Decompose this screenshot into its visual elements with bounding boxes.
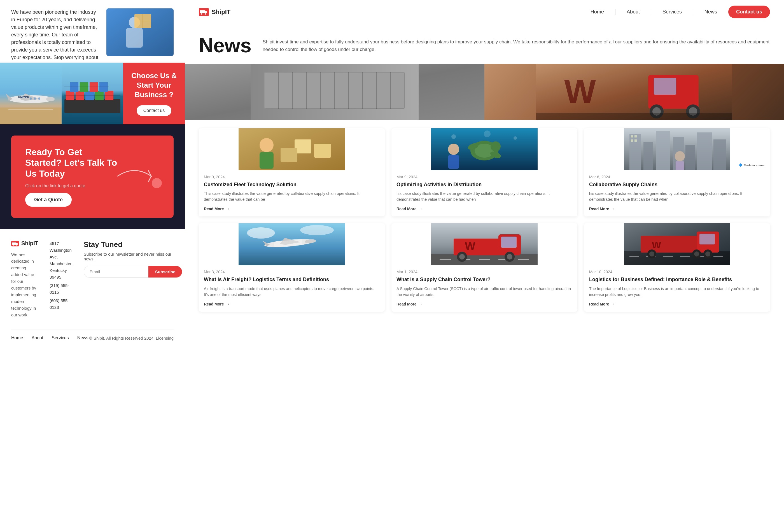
news-card-5-excerpt: A Supply Chain Control Tower (SCCT) is a…	[396, 286, 572, 298]
nav-brand-name: ShipIT	[212, 8, 230, 16]
svg-rect-84	[713, 139, 726, 170]
truck-banner: W	[185, 64, 784, 120]
footer-nav-home[interactable]: Home	[11, 335, 23, 340]
nav-contact-button[interactable]: Contact us	[728, 6, 770, 18]
truck-banner-right: W	[484, 64, 784, 120]
svg-rect-27	[100, 82, 108, 92]
card-6-svg: W	[584, 223, 770, 265]
svg-point-15	[38, 97, 40, 100]
footer-nav-about[interactable]: About	[32, 335, 44, 340]
news-card-3-read-more[interactable]: Read More →	[589, 206, 765, 212]
get-quote-button[interactable]: Get a Quote	[25, 193, 72, 207]
svg-rect-118	[663, 256, 673, 257]
svg-rect-85	[631, 135, 633, 138]
right-panel: ShipIT Home About Services News Contact …	[185, 0, 784, 532]
svg-rect-103	[479, 259, 490, 260]
svg-rect-26	[90, 82, 98, 92]
card-2-svg	[391, 128, 577, 170]
svg-point-33	[13, 245, 14, 246]
framer-icon: 🔷	[739, 163, 743, 167]
nav-link-home[interactable]: Home	[590, 9, 604, 15]
news-card-6-read-more[interactable]: Read More →	[589, 302, 765, 307]
nav-links: Home About Services News Contact us	[590, 6, 770, 18]
footer-contact: 4517 Washington Ave. Manchester, Kentuck…	[50, 240, 73, 318]
svg-rect-53	[654, 78, 676, 95]
svg-rect-115	[624, 251, 730, 265]
read-more-label-6: Read More	[589, 302, 609, 306]
news-card-3: 🔷 Made in Framer Mar 6, 2024 Collaborati…	[584, 128, 770, 217]
svg-rect-87	[631, 139, 633, 142]
cta-arrow-decoration	[112, 159, 162, 194]
svg-rect-83	[697, 133, 712, 170]
choose-us-contact-button[interactable]: Contact us	[137, 105, 171, 116]
ship-svg	[62, 63, 123, 124]
svg-point-68	[484, 131, 491, 137]
news-card-1-image	[199, 128, 385, 170]
footer-phone-1: (319) 555-0115	[50, 282, 73, 296]
read-more-label-3: Read More	[589, 207, 609, 211]
news-card-1-read-more[interactable]: Read More →	[204, 206, 380, 212]
svg-rect-2	[126, 28, 143, 48]
news-grid: Mar 9, 2024 Customized Fleet Technology …	[185, 120, 784, 320]
nav-divider-3	[693, 9, 693, 15]
nav-link-services[interactable]: Services	[663, 9, 682, 15]
transport-section: UNITED	[0, 63, 185, 124]
nav-link-news[interactable]: News	[704, 9, 717, 15]
airplane-image: UNITED	[0, 63, 62, 124]
news-card-5: W Mar 1, 2024 What is a Supply Chain Con…	[391, 223, 577, 311]
truck-banner-left	[185, 64, 484, 120]
footer-nav-news[interactable]: News	[77, 335, 88, 340]
svg-rect-121	[713, 256, 723, 257]
framer-text: Made in Framer	[744, 164, 765, 167]
svg-point-72	[491, 141, 501, 151]
news-card-5-date: Mar 1, 2024	[396, 270, 572, 274]
news-card-2-body: Mar 9, 2024 Optimizing Activities in Dis…	[391, 170, 577, 217]
svg-rect-108	[501, 236, 516, 248]
read-more-label-1: Read More	[204, 207, 224, 211]
news-card-1-date: Mar 9, 2024	[204, 175, 380, 179]
footer-brand-name: ShipIT	[21, 240, 38, 247]
svg-rect-18	[64, 99, 120, 113]
svg-rect-63	[281, 148, 297, 162]
svg-point-112	[507, 254, 512, 259]
svg-text:W: W	[564, 73, 596, 110]
svg-rect-62	[314, 144, 331, 158]
framer-badge: 🔷 Made in Framer	[736, 162, 768, 168]
news-card-3-image: 🔷 Made in Framer	[584, 128, 770, 170]
logo-truck-icon	[12, 242, 18, 246]
svg-rect-24	[70, 82, 78, 92]
svg-rect-90	[676, 161, 684, 170]
svg-point-126	[649, 251, 654, 256]
read-more-label-2: Read More	[396, 207, 417, 211]
news-card-2: Mar 9, 2024 Optimizing Activities in Dis…	[391, 128, 577, 217]
news-card-3-excerpt: his case study illustrates the value gen…	[589, 191, 765, 202]
news-card-4-read-more[interactable]: Read More →	[204, 302, 380, 307]
svg-rect-116	[629, 256, 639, 257]
svg-rect-25	[80, 82, 88, 92]
subscribe-button[interactable]: Subscribe	[148, 266, 182, 278]
svg-point-69	[513, 136, 517, 140]
news-card-6-body: Mar 10, 2024 Logistics for Business Defi…	[584, 265, 770, 311]
news-card-1-excerpt: This case study illustrates the value ge…	[204, 191, 380, 202]
truck-banner-svg-left	[185, 64, 484, 120]
newsletter-form: Subscribe	[84, 266, 183, 278]
footer-nav-services[interactable]: Services	[52, 335, 69, 340]
svg-rect-79	[643, 142, 653, 170]
news-card-2-read-more[interactable]: Read More →	[396, 206, 572, 212]
footer-logo-icon	[11, 241, 19, 246]
arrow-right-icon-5: →	[418, 302, 423, 307]
hero-image	[106, 8, 174, 56]
email-input[interactable]	[84, 266, 148, 278]
news-card-5-body: Mar 1, 2024 What is a Supply Chain Contr…	[391, 265, 577, 311]
svg-point-38	[205, 13, 206, 15]
nav-link-about[interactable]: About	[627, 9, 640, 15]
news-card-6: W Mar 10, 2024 Logistics for Business De…	[584, 223, 770, 311]
news-card-4-date: Mar 3, 2024	[204, 270, 380, 274]
news-card-4: Mar 3, 2024 What is Air Freight? Logisti…	[199, 223, 385, 311]
svg-point-67	[451, 134, 456, 139]
svg-rect-59	[536, 113, 732, 120]
svg-point-92	[247, 227, 275, 239]
footer-address: 4517 Washington Ave. Manchester, Kentuck…	[50, 240, 73, 281]
news-card-5-read-more[interactable]: Read More →	[396, 302, 572, 307]
svg-text:UNITED: UNITED	[18, 96, 29, 99]
